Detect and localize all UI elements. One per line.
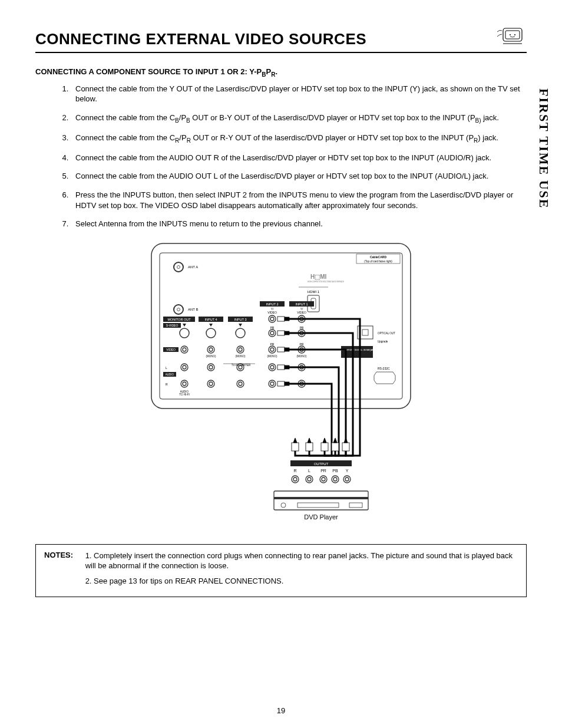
list-item: Connect the cable from the Y OUT of the …: [71, 84, 527, 104]
svg-point-136: [320, 476, 327, 483]
svg-text:(MONO): (MONO): [206, 355, 216, 358]
list-item: Connect the cable from the CB/PB OUT or …: [71, 113, 527, 124]
svg-point-140: [343, 476, 351, 483]
svg-point-133: [293, 477, 297, 481]
list-item: Completely insert the connection cord pl…: [85, 551, 515, 571]
svg-text:PR: PR: [320, 469, 326, 473]
svg-rect-1: [505, 31, 520, 39]
svg-rect-113: [277, 381, 285, 386]
svg-rect-110: [285, 348, 289, 351]
list-item: Press the the INPUTS button, then select…: [71, 190, 527, 210]
svg-text:PB: PB: [332, 469, 338, 473]
svg-point-3: [514, 34, 515, 35]
svg-rect-114: [285, 382, 289, 386]
svg-text:L: L: [308, 469, 310, 473]
svg-text:(MONO): (MONO): [236, 355, 246, 358]
diagram-label: (Top of card faces right): [364, 260, 392, 263]
svg-text:H⬚MI: H⬚MI: [310, 274, 327, 280]
svg-point-137: [322, 477, 325, 481]
svg-rect-119: [321, 443, 328, 451]
svg-text:HDMI 1: HDMI 1: [308, 290, 320, 294]
svg-text:INPUT 2: INPUT 2: [266, 302, 279, 306]
svg-rect-111: [277, 365, 285, 370]
svg-text:INPUT 3: INPUT 3: [234, 318, 247, 321]
svg-text:OUTPUT: OUTPUT: [314, 462, 329, 466]
svg-point-132: [292, 476, 299, 483]
svg-marker-124: [344, 438, 348, 443]
svg-text:R: R: [166, 383, 168, 386]
svg-text:(MONO): (MONO): [297, 355, 307, 358]
svg-text:DVD Player: DVD Player: [304, 513, 338, 521]
svg-rect-112: [285, 365, 289, 369]
svg-text:MONITOR OUT: MONITOR OUT: [167, 318, 191, 321]
svg-marker-118: [308, 438, 311, 443]
notes-label: NOTES:: [44, 551, 83, 559]
svg-rect-108: [285, 331, 289, 335]
diagram-label: CableCARD: [370, 255, 386, 259]
svg-text:TO HI-FI: TO HI-FI: [179, 393, 189, 396]
svg-point-141: [345, 477, 349, 481]
svg-text:INPUT 1: INPUT 1: [296, 302, 308, 306]
svg-text:Upgrade: Upgrade: [378, 340, 388, 343]
svg-marker-122: [333, 438, 337, 443]
svg-text:OPTICAL OUT: OPTICAL OUT: [378, 332, 395, 335]
instruction-list: Connect the cable from the Y OUT of the …: [35, 84, 527, 229]
svg-text:(MONO): (MONO): [267, 355, 277, 358]
svg-rect-117: [306, 443, 313, 451]
svg-text:PB: PB: [270, 326, 275, 330]
svg-rect-143: [274, 497, 368, 499]
list-item: Connect the cable from the AUDIO OUT L o…: [71, 171, 527, 182]
svg-text:RS-232C: RS-232C: [378, 367, 390, 370]
svg-point-139: [333, 477, 337, 481]
svg-text:TV AS CENTER: TV AS CENTER: [232, 364, 251, 367]
list-item: Connect the cable from the AUDIO OUT R o…: [71, 153, 527, 163]
svg-text:ANT A: ANT A: [188, 265, 198, 269]
svg-point-138: [332, 476, 339, 483]
svg-text:Y: Y: [346, 469, 349, 473]
list-item: See page 13 for tips on REAR PANEL CONNE…: [85, 576, 515, 587]
connection-diagram: CableCARD (Top of card faces right) H⬚MI…: [146, 238, 416, 532]
svg-rect-115: [292, 443, 299, 451]
svg-text:R: R: [293, 469, 296, 473]
svg-point-134: [306, 476, 313, 483]
svg-text:VIDEO: VIDEO: [297, 311, 306, 314]
svg-rect-123: [342, 443, 349, 451]
page-number: 19: [0, 706, 562, 715]
svg-rect-107: [277, 331, 285, 335]
section-tab-label: FIRST TIME USE: [536, 88, 551, 209]
svg-rect-0: [503, 28, 522, 41]
svg-rect-105: [277, 317, 285, 321]
list-item: Connect the cable from the CR/PR OUT or …: [71, 133, 527, 144]
svg-text:HIGH-DEFINITION MULTIMEDIA INT: HIGH-DEFINITION MULTIMEDIA INTERFACE: [308, 281, 344, 283]
subheading: CONNECTING A COMPONENT SOURCE TO INPUT 1…: [35, 67, 527, 78]
svg-rect-106: [285, 317, 289, 321]
svg-marker-120: [323, 438, 326, 443]
svg-rect-121: [332, 443, 339, 451]
svg-text:VIDEO: VIDEO: [166, 348, 176, 351]
svg-text:PB: PB: [300, 326, 304, 330]
svg-text:VIDEO: VIDEO: [267, 311, 277, 314]
svg-text:INPUT 4: INPUT 4: [205, 318, 217, 321]
svg-marker-116: [293, 438, 297, 443]
notes-box: NOTES: Completely insert the connection …: [35, 544, 527, 598]
list-item: Select Antenna from the INPUTS menu to r…: [71, 219, 527, 229]
svg-point-135: [308, 477, 311, 481]
svg-text:AUDIO: AUDIO: [166, 373, 174, 376]
tv-character-icon: [491, 24, 527, 48]
svg-point-2: [510, 34, 511, 35]
svg-text:PR: PR: [300, 342, 304, 346]
svg-text:PR: PR: [270, 342, 275, 346]
svg-text:ANT B: ANT B: [188, 308, 199, 311]
svg-text:S-VIDEO: S-VIDEO: [166, 324, 178, 327]
page-title: CONNECTING EXTERNAL VIDEO SOURCES: [35, 30, 366, 48]
svg-rect-109: [277, 347, 285, 352]
svg-rect-142: [274, 491, 368, 510]
svg-text:L: L: [166, 366, 167, 370]
